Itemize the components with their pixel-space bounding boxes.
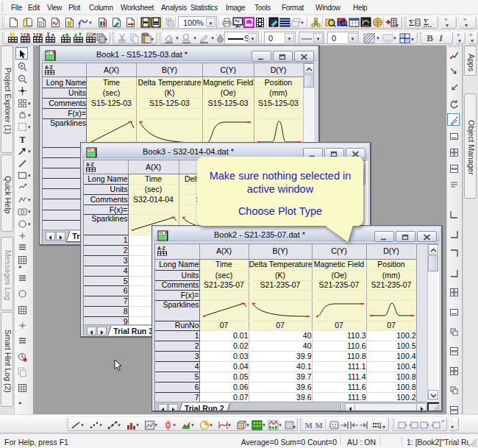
svg-text:A·Z: A·Z bbox=[157, 246, 165, 251]
svg-text:X: X bbox=[46, 32, 51, 38]
svg-text:Σ: Σ bbox=[409, 17, 415, 28]
svg-text:T: T bbox=[19, 135, 25, 144]
svg-text:Σ: Σ bbox=[424, 17, 429, 27]
svg-text:M: M bbox=[315, 421, 324, 430]
svg-text:M: M bbox=[305, 421, 313, 430]
svg-text:f: f bbox=[79, 21, 82, 28]
svg-text:A·Z: A·Z bbox=[45, 65, 53, 70]
svg-text:A·Z: A·Z bbox=[86, 162, 94, 167]
